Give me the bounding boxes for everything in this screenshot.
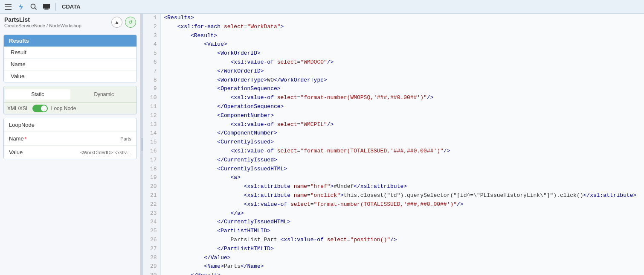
code-line-3: 3 <Result> <box>143 32 644 41</box>
line-number: 14 <box>143 129 160 138</box>
value-content: <WorkOrderID> <xsl:value-of select... <box>80 150 131 155</box>
lightning-icon[interactable] <box>16 2 26 12</box>
svg-rect-1 <box>5 6 12 7</box>
sidebar-controls: ▲ ↺ <box>111 17 136 28</box>
loopnode-item[interactable]: LoopNode <box>4 118 136 132</box>
line-number: 6 <box>143 58 160 67</box>
code-line-30: 30 </Result> <box>143 271 644 275</box>
line-content: </OperationSequence> <box>160 102 644 111</box>
line-number: 24 <box>143 218 160 227</box>
svg-rect-0 <box>5 4 12 5</box>
line-content: <xsl:value-of select="format-number(TOTA… <box>160 200 644 209</box>
name-label: Name* <box>9 135 26 142</box>
line-number: 26 <box>143 236 160 245</box>
results-item-value[interactable]: Value <box>4 70 136 82</box>
loop-node-label: Loop Node <box>51 105 76 111</box>
code-line-16: 16 <xsl:value-of select="format-number(T… <box>143 147 644 156</box>
line-number: 11 <box>143 102 160 111</box>
code-line-2: 2 <xsl:for-each select="WorkData"> <box>143 23 644 32</box>
monitor-icon[interactable] <box>42 2 51 12</box>
line-number: 4 <box>143 40 160 49</box>
sidebar-header: PartsList CreateServiceNode / NodeWorksh… <box>0 14 140 31</box>
code-line-25: 25 <PartListHTMLID> <box>143 227 644 236</box>
line-number: 10 <box>143 94 160 102</box>
code-line-7: 7 </WorkOrderID> <box>143 67 644 76</box>
line-number: 7 <box>143 67 160 76</box>
hamburger-icon[interactable] <box>3 2 13 12</box>
line-number: 1 <box>143 14 160 23</box>
code-line-21: 21 <xsl:attribute name="onclick">this.cl… <box>143 191 644 200</box>
loopnode-section: LoopNode Name* Parts Value <WorkOrderID>… <box>3 118 137 159</box>
line-content: <CurrentlyIssuedHTML> <box>160 165 644 174</box>
toggle-row2: XML/XSL Loop Node <box>4 102 136 114</box>
line-content: <ComponentNumber> <box>160 111 644 120</box>
line-content: <WorkOrderID> <box>160 49 644 58</box>
line-content: </a> <box>160 209 644 218</box>
line-content: <xsl:value-of select="WMDOCO"/> <box>160 58 644 67</box>
line-number: 2 <box>143 23 160 32</box>
code-line-27: 27 </PartListHTMLID> <box>143 245 644 254</box>
code-line-18: 18 <CurrentlyIssuedHTML> <box>143 165 644 174</box>
toolbar-separator <box>55 3 56 11</box>
line-number: 20 <box>143 182 160 191</box>
svg-rect-6 <box>45 9 48 9</box>
code-line-24: 24 </CurrentlyIssuedHTML> <box>143 218 644 227</box>
sidebar-title: PartsList <box>4 16 81 23</box>
sidebar-scroll: Results Result Name Value Static Dynamic <box>0 31 140 275</box>
sidebar-subtitle: CreateServiceNode / NodeWorkshop <box>4 23 81 28</box>
line-number: 12 <box>143 111 160 120</box>
loop-toggle-switch[interactable] <box>32 105 48 112</box>
code-line-4: 4 <Value> <box>143 40 644 49</box>
line-content: </ComponentNumber> <box>160 129 644 138</box>
line-content: <xsl:value-of select="format-number(WMOP… <box>160 94 644 102</box>
svg-point-3 <box>31 4 35 8</box>
code-line-15: 15 <CurrentlyIssued> <box>143 138 644 147</box>
line-content: PartsList_Part_<xsl:value-of select="pos… <box>160 236 644 245</box>
line-content: <Value> <box>160 40 644 49</box>
code-line-14: 14 </ComponentNumber> <box>143 129 644 138</box>
sidebar-refresh-button[interactable]: ↺ <box>125 17 136 28</box>
loopnode-label: LoopNode <box>9 122 35 128</box>
code-editor[interactable]: 1 <Results> 2 <xsl:for-each select="Work… <box>143 14 644 275</box>
toggle-static[interactable]: Static <box>5 89 70 99</box>
svg-rect-2 <box>5 9 12 10</box>
name-value: Parts <box>120 136 131 141</box>
line-number: 22 <box>143 200 160 209</box>
code-line-12: 12 <ComponentNumber> <box>143 111 644 120</box>
xsl-label: XML/XSL <box>7 105 29 111</box>
svg-rect-5 <box>43 4 50 9</box>
sidebar-header-text: PartsList CreateServiceNode / NodeWorksh… <box>4 16 81 28</box>
toggle-dynamic[interactable]: Dynamic <box>72 89 137 99</box>
line-number: 13 <box>143 120 160 129</box>
line-number: 18 <box>143 165 160 174</box>
value-item[interactable]: Value <WorkOrderID> <xsl:value-of select… <box>4 146 136 159</box>
code-line-1: 1 <Results> <box>143 14 644 23</box>
line-content: <Result> <box>160 32 644 41</box>
line-number: 29 <box>143 262 160 271</box>
line-content: <xsl:attribute name="onclick">this.close… <box>160 191 644 200</box>
line-number: 25 <box>143 227 160 236</box>
sidebar-up-button[interactable]: ▲ <box>111 17 122 28</box>
code-line-26: 26 PartsList_Part_<xsl:value-of select="… <box>143 236 644 245</box>
results-item-name[interactable]: Name <box>4 59 136 70</box>
results-item-result[interactable]: Result <box>4 47 136 59</box>
line-content: </Result> <box>160 271 644 275</box>
line-content: </Value> <box>160 254 644 263</box>
line-number: 9 <box>143 85 160 94</box>
line-number: 15 <box>143 138 160 147</box>
line-number: 16 <box>143 147 160 156</box>
line-content: </WorkOrderID> <box>160 67 644 76</box>
code-line-23: 23 </a> <box>143 209 644 218</box>
name-item[interactable]: Name* Parts <box>4 132 136 146</box>
code-table: 1 <Results> 2 <xsl:for-each select="Work… <box>143 14 644 275</box>
code-line-8: 8 <WorkOrderType>WO</WorkOrderType> <box>143 76 644 85</box>
main-layout: PartsList CreateServiceNode / NodeWorksh… <box>0 14 644 275</box>
line-content: <Name>Parts</Name> <box>160 262 644 271</box>
code-line-11: 11 </OperationSequence> <box>143 102 644 111</box>
line-content: <CurrentlyIssued> <box>160 138 644 147</box>
code-line-20: 20 <xsl:attribute name="href">#Undef</xs… <box>143 182 644 191</box>
line-content: <OperationSequence> <box>160 85 644 94</box>
results-header: Results <box>4 35 136 47</box>
line-number: 27 <box>143 245 160 254</box>
search-icon[interactable] <box>29 2 38 12</box>
